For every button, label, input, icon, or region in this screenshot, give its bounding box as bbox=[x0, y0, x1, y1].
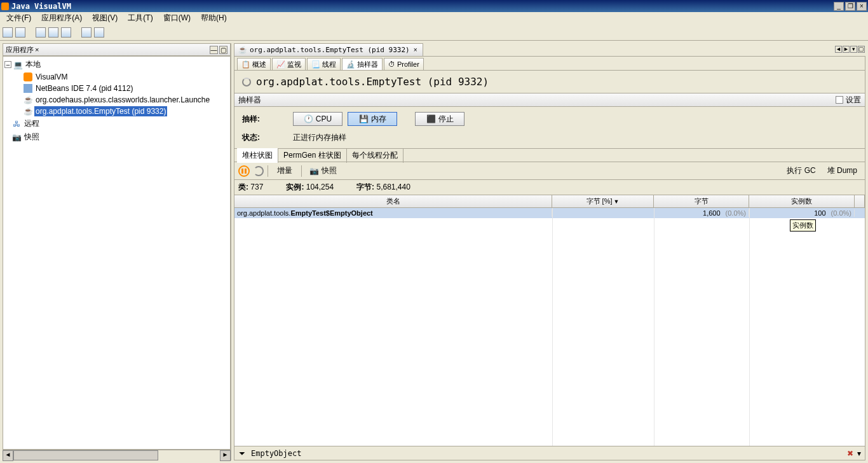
clear-filter-icon[interactable]: ✖ bbox=[847, 449, 853, 458]
sidebar-max-button[interactable]: ▢ bbox=[219, 46, 227, 54]
page-title-row: org.apdplat.tools.EmptyTest (pid 9332) bbox=[234, 71, 865, 93]
pause-button[interactable] bbox=[238, 165, 250, 177]
class-table: 类名 字节 [%]▼ 字节 实例数 org.apdplat.tools.Empt… bbox=[234, 195, 865, 446]
toolbar-icon[interactable] bbox=[36, 27, 46, 38]
filter-input[interactable]: EmptyObject bbox=[251, 449, 843, 458]
tab-max-button[interactable]: ▢ bbox=[858, 46, 865, 53]
memory-icon: 💾 bbox=[359, 114, 369, 123]
bytes-value: 5,681,440 bbox=[376, 183, 410, 191]
filter-bar: ⏷ EmptyObject ✖ ▾ bbox=[234, 446, 865, 460]
cell-bytes-pct: (0.0%) bbox=[726, 209, 746, 217]
refresh-button[interactable] bbox=[254, 166, 264, 176]
menu-apps[interactable]: 应用程序(A) bbox=[36, 11, 87, 25]
toolbar-icon[interactable] bbox=[15, 27, 25, 38]
permgen-histogram-tab[interactable]: PermGen 柱状图 bbox=[278, 148, 347, 163]
cpu-button[interactable]: 🕐CPU bbox=[293, 112, 342, 126]
heapdump-button[interactable]: 堆 Dump bbox=[824, 165, 861, 176]
tree-item-netbeans[interactable]: NetBeans IDE 7.4 (pid 4112) bbox=[3, 83, 230, 94]
subtab-overview[interactable]: 📋概述 bbox=[237, 58, 271, 70]
tree-label: 远程 bbox=[23, 118, 41, 130]
tree-label: org.codehaus.plexus.classworlds.launcher… bbox=[34, 95, 211, 105]
tab-list-button[interactable]: ▾ bbox=[850, 46, 857, 53]
tree-label: 快照 bbox=[23, 131, 41, 143]
filter-menu-icon[interactable]: ▾ bbox=[857, 449, 861, 458]
subtab-threads[interactable]: 📃线程 bbox=[307, 58, 341, 70]
sidebar-header: 应用程序 × — ▢ bbox=[3, 43, 231, 56]
menu-window[interactable]: 窗口(W) bbox=[158, 11, 196, 25]
main-tab[interactable]: ☕ org.apdplat.tools.EmptyTest (pid 9332)… bbox=[234, 43, 423, 56]
tab-next-button[interactable]: ► bbox=[843, 46, 850, 53]
tree-item-plexus[interactable]: ☕ org.codehaus.plexus.classworlds.launch… bbox=[3, 94, 230, 106]
settings-checkbox[interactable] bbox=[836, 96, 843, 104]
cell-bytes: 1,600 bbox=[703, 209, 721, 217]
tree-label: VisualVM bbox=[34, 72, 69, 82]
menu-view[interactable]: 视图(V) bbox=[87, 11, 123, 25]
table-row[interactable]: org.apdplat.tools.EmptyTest$EmptyObject … bbox=[234, 208, 865, 218]
maximize-button[interactable]: ❐ bbox=[845, 2, 855, 11]
sampler-icon: 🔬 bbox=[346, 60, 355, 69]
tree-label: 本地 bbox=[24, 59, 42, 71]
tree-item-emptytest[interactable]: ☕ org.apdplat.tools.EmptyTest (pid 9332) bbox=[3, 106, 230, 117]
toolbar-icon[interactable] bbox=[81, 27, 92, 38]
th-bytespct[interactable]: 字节 [%]▼ bbox=[552, 195, 654, 207]
window-title: Java VisualVM bbox=[11, 2, 71, 11]
java-icon: ☕ bbox=[24, 107, 32, 116]
toolbar-icon[interactable] bbox=[61, 27, 71, 38]
th-instances[interactable]: 实例数 bbox=[749, 195, 855, 207]
per-thread-alloc-tab[interactable]: 每个线程分配 bbox=[347, 148, 403, 163]
cell-classname: org.apdplat.tools.EmptyTest$EmptyObject bbox=[237, 209, 373, 217]
subtab-sampler[interactable]: 🔬抽样器 bbox=[342, 58, 383, 70]
panel-header: 抽样器 设置 bbox=[234, 93, 865, 107]
memory-button[interactable]: 💾内存 bbox=[348, 112, 397, 126]
status-text: 正进行内存抽样 bbox=[293, 132, 857, 143]
tree-item-snapshot[interactable]: 📷 快照 bbox=[3, 130, 230, 144]
tab-prev-button[interactable]: ◄ bbox=[835, 46, 842, 53]
subtab-profiler[interactable]: ⏱Profiler bbox=[384, 58, 424, 70]
minimize-button[interactable]: _ bbox=[834, 2, 844, 11]
toolbar-icon[interactable] bbox=[3, 27, 13, 38]
sidebar-title: 应用程序 bbox=[6, 45, 34, 55]
heap-histogram-tab[interactable]: 堆柱状图 bbox=[237, 148, 278, 163]
subtab-monitor[interactable]: 📈监视 bbox=[272, 58, 306, 70]
toolbar-icon[interactable] bbox=[48, 27, 58, 38]
tab-close-icon[interactable]: × bbox=[412, 47, 419, 53]
classes-value: 737 bbox=[250, 183, 263, 191]
histogram-tabs: 堆柱状图 PermGen 柱状图 每个线程分配 bbox=[234, 148, 865, 162]
panel-title: 抽样器 bbox=[238, 95, 261, 106]
app-logo-icon bbox=[1, 3, 9, 10]
menu-help[interactable]: 帮助(H) bbox=[196, 11, 232, 25]
snapshot-button[interactable]: 📷快照 bbox=[306, 164, 341, 178]
overview-icon: 📋 bbox=[241, 60, 250, 69]
tree-item-remote[interactable]: 🖧 远程 bbox=[3, 117, 230, 130]
gc-button[interactable]: 执行 GC bbox=[783, 165, 819, 176]
menubar: 文件(F) 应用程序(A) 视图(V) 工具(T) 窗口(W) 帮助(H) bbox=[0, 12, 868, 24]
th-classname[interactable]: 类名 bbox=[234, 195, 552, 207]
tree-label: NetBeans IDE 7.4 (pid 4112) bbox=[34, 83, 134, 93]
toolbar-icon[interactable] bbox=[94, 27, 104, 38]
sidebar-hscroll[interactable]: ◄► bbox=[3, 450, 231, 460]
menu-tools[interactable]: 工具(T) bbox=[123, 11, 158, 25]
sidebar-min-button[interactable]: — bbox=[210, 46, 218, 54]
page-title: org.apdplat.tools.EmptyTest (pid 9332) bbox=[256, 76, 489, 88]
applications-tree[interactable]: – 💻 本地 VisualVM NetBeans IDE 7.4 (pid 41… bbox=[3, 56, 231, 450]
tooltip: 实例数 bbox=[790, 219, 816, 232]
tree-root-local[interactable]: – 💻 本地 bbox=[3, 58, 230, 71]
menu-file[interactable]: 文件(F) bbox=[1, 11, 36, 25]
tree-toggle-icon[interactable]: – bbox=[4, 61, 11, 68]
stop-icon: ⬛ bbox=[426, 114, 436, 123]
status-label: 状态: bbox=[242, 132, 293, 143]
th-bytes[interactable]: 字节 bbox=[654, 195, 749, 207]
instances-value: 104,254 bbox=[306, 183, 334, 191]
stats-row: 类: 737 实例: 104,254 字节: 5,681,440 bbox=[234, 180, 865, 195]
computer-icon: 💻 bbox=[13, 60, 22, 69]
delta-button[interactable]: 增量 bbox=[272, 164, 297, 178]
remote-icon: 🖧 bbox=[12, 120, 21, 128]
camera-icon: 📷 bbox=[309, 167, 319, 176]
clock-icon: 🕐 bbox=[304, 114, 313, 123]
stop-button[interactable]: ⬛停止 bbox=[415, 112, 465, 126]
filter-icon[interactable]: ⏷ bbox=[238, 449, 247, 458]
tree-item-visualvm[interactable]: VisualVM bbox=[3, 71, 230, 83]
snapshot-icon: 📷 bbox=[12, 133, 21, 142]
th-scroll-corner bbox=[855, 195, 865, 207]
close-button[interactable]: × bbox=[857, 2, 867, 11]
